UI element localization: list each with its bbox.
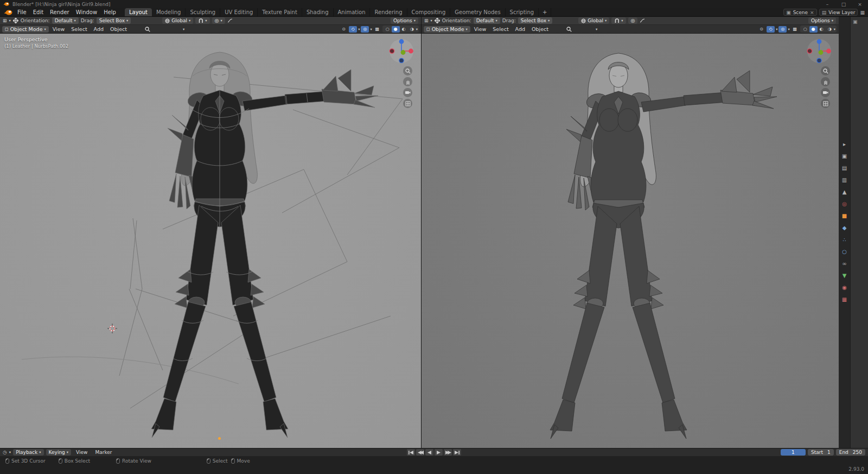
transform-orientation-dropdown[interactable]: Global ▾	[162, 17, 193, 24]
drag-dropdown[interactable]: Select Box ▾	[97, 17, 131, 24]
navigation-gizmo[interactable]	[806, 38, 832, 64]
menu-object[interactable]: Object	[529, 26, 551, 32]
zoom-button[interactable]	[821, 66, 830, 75]
tab-modeling[interactable]: Modeling	[152, 8, 186, 16]
overlays-toggle[interactable]: ◎	[361, 26, 369, 33]
timeline-editor-icon[interactable]: ◷	[3, 450, 7, 455]
texture-tab-icon[interactable]: ▦	[842, 296, 847, 303]
editor-type-icon[interactable]: ⊞	[3, 18, 7, 23]
gizmos-toggle[interactable]: ◇	[767, 26, 775, 33]
editor-type-icon[interactable]: ▣	[853, 19, 858, 24]
tab-sculpting[interactable]: Sculpting	[186, 8, 220, 16]
camera-view-button[interactable]	[821, 88, 830, 97]
menu-file[interactable]: File	[14, 8, 30, 16]
tab-rendering[interactable]: Rendering	[370, 8, 407, 16]
scene-selector[interactable]: ▣ Scene ×	[783, 9, 817, 16]
orthographic-toggle-button[interactable]	[821, 99, 830, 108]
tab-scripting[interactable]: Scripting	[506, 8, 539, 16]
options-dropdown[interactable]: Options ▾	[808, 17, 836, 24]
menu-add[interactable]: Add	[513, 26, 528, 32]
navigation-gizmo[interactable]	[388, 38, 414, 64]
options-dropdown[interactable]: Options ▾	[391, 17, 418, 24]
tab-geometry-nodes[interactable]: Geometry Nodes	[450, 8, 505, 16]
shading-solid-button[interactable]: ●	[809, 26, 818, 33]
snap-toggle[interactable]: ▾	[195, 17, 209, 24]
editor-type-icon[interactable]: ⊞	[424, 18, 429, 23]
keying-menu[interactable]: Keying ▾	[46, 449, 72, 456]
menu-view[interactable]: View	[471, 26, 489, 32]
shading-wireframe-button[interactable]: ○	[384, 26, 392, 33]
maximize-button[interactable]: □	[835, 0, 852, 8]
blender-logo[interactable]	[3, 9, 13, 16]
visibility-dropdown[interactable]: ⊙	[340, 26, 348, 33]
shading-solid-button[interactable]: ●	[392, 26, 400, 33]
viewport-canvas-right[interactable]	[422, 34, 839, 448]
falloff-curve-icon[interactable]	[640, 18, 645, 23]
start-frame-field[interactable]: Start 1	[808, 449, 834, 456]
next-keyframe-button[interactable]	[444, 449, 452, 456]
proportional-editing-toggle[interactable]: ◎	[628, 17, 638, 24]
drag-dropdown[interactable]: Select Box ▾	[518, 17, 553, 24]
shading-rendered-button[interactable]: ◑	[408, 26, 416, 33]
current-frame-field[interactable]: 1	[781, 449, 806, 456]
menu-object[interactable]: Object	[107, 26, 130, 32]
tab-compositing[interactable]: Compositing	[407, 8, 451, 16]
orthographic-toggle-button[interactable]	[403, 99, 412, 108]
tab-texture-paint[interactable]: Texture Paint	[258, 8, 302, 16]
gizmos-toggle[interactable]: ◇	[349, 26, 357, 33]
tool-tab-icon[interactable]: ▸	[843, 141, 846, 148]
snap-toggle[interactable]: ▾	[611, 17, 626, 24]
object-tab-icon[interactable]: ■	[842, 212, 847, 219]
menu-edit[interactable]: Edit	[30, 8, 47, 16]
shading-wireframe-button[interactable]: ○	[801, 26, 809, 33]
tab-shading[interactable]: Shading	[302, 8, 334, 16]
mode-dropdown[interactable]: ◻ Object Mode ▾	[424, 26, 470, 33]
view-layer-tab-icon[interactable]: ▥	[842, 176, 847, 184]
shading-rendered-button[interactable]: ◑	[826, 26, 834, 33]
jump-to-start-button[interactable]	[407, 449, 415, 456]
modifiers-tab-icon[interactable]: ◆	[843, 224, 847, 231]
pan-button[interactable]	[403, 77, 412, 86]
zoom-button[interactable]	[403, 66, 412, 75]
menu-add[interactable]: Add	[91, 26, 106, 32]
minimize-button[interactable]: –	[819, 0, 835, 8]
jump-to-end-button[interactable]	[453, 449, 461, 456]
mode-dropdown[interactable]: ◻ Object Mode ▾	[2, 26, 49, 33]
unlink-scene-icon[interactable]: ×	[810, 10, 814, 15]
menu-view[interactable]: View	[50, 26, 68, 32]
camera-view-button[interactable]	[403, 88, 412, 97]
world-tab-icon[interactable]: ◎	[842, 200, 847, 207]
scene-tab-icon[interactable]: ▲	[843, 188, 847, 195]
play-reverse-button[interactable]	[425, 449, 433, 456]
orientation-dropdown[interactable]: Default ▾	[474, 17, 500, 24]
visibility-dropdown[interactable]: ⊙	[757, 26, 765, 33]
end-frame-field[interactable]: End 250	[836, 449, 865, 456]
particles-tab-icon[interactable]: ∴	[843, 236, 846, 243]
render-tab-icon[interactable]: ▣	[842, 153, 847, 160]
play-button[interactable]	[435, 449, 443, 456]
close-button[interactable]: ×	[852, 0, 868, 8]
pan-button[interactable]	[821, 77, 830, 86]
material-tab-icon[interactable]: ◉	[842, 284, 847, 291]
search-icon[interactable]	[145, 27, 150, 32]
timeline-view-menu[interactable]: View	[73, 450, 90, 455]
transform-orientation-dropdown[interactable]: Global ▾	[578, 17, 609, 24]
tab-layout[interactable]: Layout	[125, 8, 152, 16]
object-data-tab-icon[interactable]: ▼	[843, 272, 847, 279]
xray-toggle[interactable]: ▩	[373, 26, 381, 33]
falloff-curve-icon[interactable]	[227, 18, 233, 23]
output-tab-icon[interactable]: ▤	[842, 165, 847, 172]
constraints-tab-icon[interactable]: ∞	[842, 260, 846, 267]
playback-menu[interactable]: Playback ▾	[13, 449, 43, 456]
menu-select[interactable]: Select	[68, 26, 90, 32]
proportional-editing-toggle[interactable]: ◎ ▾	[212, 17, 225, 24]
shading-material-button[interactable]: ◐	[400, 26, 408, 33]
previous-keyframe-button[interactable]	[416, 449, 424, 456]
viewport-canvas-left[interactable]: User Perspective (1) Leather | NurbsPath…	[0, 34, 421, 448]
physics-tab-icon[interactable]: ○	[842, 248, 847, 255]
view-layer-selector[interactable]: ▤ View Layer	[819, 9, 858, 16]
menu-select[interactable]: Select	[490, 26, 511, 32]
tab-uv-editing[interactable]: UV Editing	[220, 8, 258, 16]
search-icon[interactable]	[566, 27, 572, 32]
overlays-toggle[interactable]: ◎	[778, 26, 787, 33]
